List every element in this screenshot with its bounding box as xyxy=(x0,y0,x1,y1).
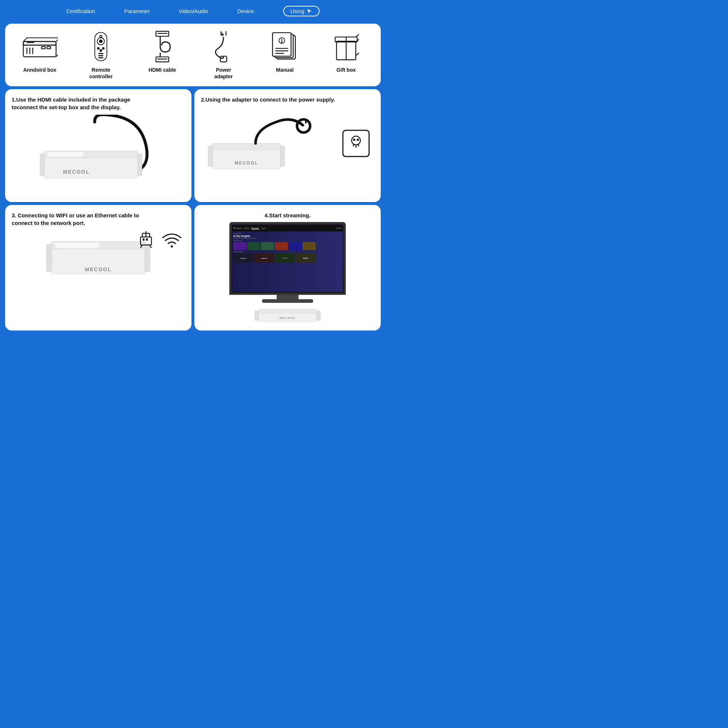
svg-rect-11 xyxy=(95,32,107,61)
svg-rect-18 xyxy=(99,55,104,56)
svg-rect-17 xyxy=(99,53,104,54)
nav-parameter[interactable]: Parameter xyxy=(124,8,150,14)
item-power: Poweradapter xyxy=(194,30,253,80)
svg-point-15 xyxy=(102,47,104,49)
step-1-title: 1.Use the HDMI cable included in the pac… xyxy=(12,96,150,111)
svg-text:MECOOL: MECOOL xyxy=(63,169,90,175)
svg-point-59 xyxy=(357,139,359,141)
svg-rect-82 xyxy=(317,311,320,320)
svg-rect-51 xyxy=(280,146,284,166)
power-adapter-icon xyxy=(205,30,242,63)
svg-rect-6 xyxy=(47,47,50,49)
svg-rect-63 xyxy=(141,237,151,245)
svg-rect-75 xyxy=(47,244,52,272)
step-2-title: 2.Using the adapter to connect to the po… xyxy=(201,96,339,103)
svg-point-20 xyxy=(100,35,102,37)
step-3-title: 3. Connecting to WIFI or use an Ethernet… xyxy=(12,211,150,227)
svg-rect-64 xyxy=(143,239,145,241)
svg-rect-80 xyxy=(258,309,317,314)
step-3-card: 3. Connecting to WIFI or use an Ethernet… xyxy=(5,205,191,330)
nav-certification[interactable]: Certification xyxy=(66,8,95,14)
step-1-card: 1.Use the HDMI cable included in the pac… xyxy=(5,89,191,202)
item-hdmi-label: HDMI cable xyxy=(148,67,176,73)
svg-text:MECOOL: MECOOL xyxy=(235,161,258,166)
android-box-icon xyxy=(21,30,58,63)
nav-device[interactable]: Device xyxy=(237,8,254,14)
svg-rect-77 xyxy=(55,243,99,248)
svg-rect-49 xyxy=(212,144,281,150)
item-manual-label: Manual xyxy=(276,67,294,73)
svg-point-16 xyxy=(100,49,102,51)
item-power-label: Poweradapter xyxy=(214,67,233,80)
item-remote-label: Remotecontroller xyxy=(89,67,113,80)
step-2-visual: MECOOL xyxy=(201,107,374,180)
top-navigation: Certification Parameter Video/Audio Devi… xyxy=(0,0,386,21)
item-android-box: Anndoird box xyxy=(10,30,69,73)
svg-point-13 xyxy=(100,40,102,43)
step-4-title: 4.Start streaming. xyxy=(201,211,374,219)
tv-stand xyxy=(229,295,346,306)
remote-icon xyxy=(83,30,119,63)
svg-rect-1 xyxy=(23,41,56,45)
item-hdmi: HDMI cable xyxy=(133,30,192,73)
svg-text:MECOOL: MECOOL xyxy=(85,266,112,272)
step-1-visual: MECOOL xyxy=(12,115,185,187)
hdmi-icon xyxy=(144,30,180,63)
svg-rect-5 xyxy=(41,47,45,49)
item-gift-box-label: Gift box xyxy=(336,67,356,73)
svg-point-14 xyxy=(98,47,99,49)
svg-rect-56 xyxy=(343,130,369,156)
svg-point-58 xyxy=(353,139,355,141)
nav-using[interactable]: Using xyxy=(283,6,320,16)
item-android-box-label: Anndoird box xyxy=(23,67,57,73)
gift-box-icon xyxy=(328,30,364,63)
svg-rect-30 xyxy=(273,33,291,57)
svg-rect-65 xyxy=(146,239,148,241)
svg-text:MECOOL: MECOOL xyxy=(280,316,295,320)
svg-rect-46 xyxy=(40,154,44,176)
package-items-row: Anndoird box xyxy=(5,24,381,86)
steps-grid: 1.Use the HDMI cable included in the pac… xyxy=(5,89,381,330)
step-2-card: 2.Using the adapter to connect to the po… xyxy=(194,89,381,202)
svg-point-72 xyxy=(171,245,173,248)
svg-rect-44 xyxy=(47,152,84,156)
svg-rect-50 xyxy=(208,146,213,166)
item-remote: Remotecontroller xyxy=(71,30,130,80)
nav-video-audio[interactable]: Video/Audio xyxy=(179,8,208,14)
svg-rect-0 xyxy=(23,41,56,57)
main-content: Anndoird box xyxy=(0,21,386,333)
item-manual: Manual xyxy=(255,30,314,73)
svg-rect-81 xyxy=(255,311,258,320)
step-4-visual: 🔍 Search Home Discover Apps ◷ ⚙ 45 Googl… xyxy=(201,222,374,326)
tv-display: 🔍 Search Home Discover Apps ◷ ⚙ 45 Googl… xyxy=(229,222,346,295)
step-4-card: 4.Start streaming. 🔍 Search Home Discove… xyxy=(194,205,381,330)
svg-rect-47 xyxy=(138,154,142,176)
item-gift-box: Gift box xyxy=(317,30,376,73)
cursor-icon xyxy=(306,8,312,14)
svg-rect-19 xyxy=(99,57,104,58)
manual-icon xyxy=(266,30,303,63)
